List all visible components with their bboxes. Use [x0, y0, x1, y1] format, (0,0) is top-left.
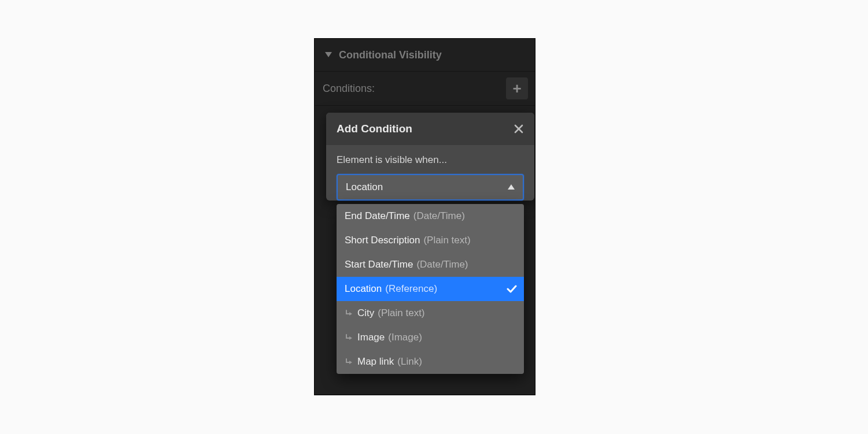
stage: Conditional Visibility Conditions: + Add…: [0, 0, 868, 434]
option-type: (Plain text): [378, 307, 424, 319]
option-label: Location: [345, 283, 382, 295]
option-city[interactable]: City (Plain text): [337, 301, 524, 325]
section-title: Conditional Visibility: [339, 49, 442, 61]
option-type: (Link): [397, 356, 422, 368]
disclosure-triangle-icon: [325, 52, 332, 58]
plus-icon: +: [512, 81, 521, 96]
option-label: Start Date/Time: [345, 259, 413, 270]
popover-prompt: Element is visible when...: [326, 145, 534, 174]
add-condition-popover: Add Condition Element is visible when...…: [326, 113, 534, 201]
child-indent-icon: [345, 358, 353, 366]
option-type: (Image): [388, 332, 422, 343]
option-label: Map link: [357, 356, 394, 368]
field-select[interactable]: Location: [337, 174, 524, 201]
option-type: (Date/Time): [416, 259, 468, 270]
option-end-date-time[interactable]: End Date/Time (Date/Time): [337, 204, 524, 228]
popover-title: Add Condition: [337, 123, 412, 135]
check-icon: [507, 285, 517, 293]
option-start-date-time[interactable]: Start Date/Time (Date/Time): [337, 253, 524, 277]
svg-marker-0: [325, 52, 332, 57]
svg-marker-4: [349, 312, 352, 316]
option-label: City: [357, 307, 374, 319]
caret-up-icon: [508, 184, 515, 190]
option-label: End Date/Time: [345, 210, 410, 222]
svg-marker-3: [508, 184, 515, 190]
conditions-label: Conditions:: [323, 83, 375, 95]
option-short-description[interactable]: Short Description (Plain text): [337, 228, 524, 253]
option-location[interactable]: Location (Reference): [337, 277, 524, 301]
child-indent-icon: [345, 333, 353, 342]
add-condition-button[interactable]: +: [506, 77, 528, 99]
section-conditional-visibility[interactable]: Conditional Visibility: [315, 39, 535, 72]
popover-header: Add Condition: [326, 113, 534, 145]
child-indent-icon: [345, 309, 353, 317]
option-image[interactable]: Image (Image): [337, 325, 524, 350]
option-type: (Reference): [385, 283, 437, 295]
option-type: (Date/Time): [413, 210, 465, 222]
svg-marker-6: [349, 361, 352, 364]
option-type: (Plain text): [423, 235, 470, 246]
svg-marker-5: [349, 336, 352, 340]
field-dropdown: End Date/Time (Date/Time) Short Descript…: [337, 204, 524, 374]
option-label: Image: [357, 332, 385, 343]
conditions-row: Conditions: +: [315, 72, 535, 106]
option-map-link[interactable]: Map link (Link): [337, 350, 524, 374]
settings-panel: Conditional Visibility Conditions: + Add…: [314, 38, 535, 395]
popover-close-button[interactable]: [514, 124, 524, 134]
option-label: Short Description: [345, 235, 420, 246]
field-select-value: Location: [346, 181, 383, 193]
